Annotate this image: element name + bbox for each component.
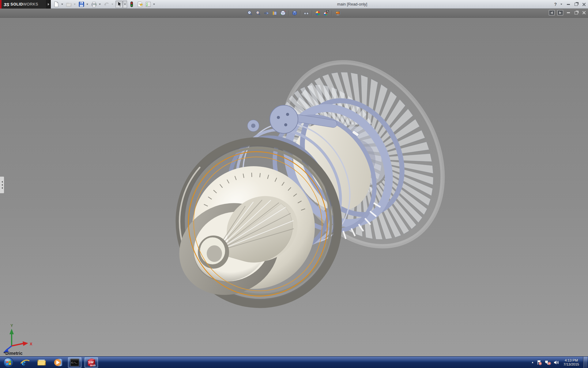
hide-show-items-icon[interactable]	[303, 10, 310, 17]
taskbar-command-prompt[interactable]: C:\_	[68, 357, 81, 368]
undo-dropdown[interactable]	[110, 1, 115, 8]
document-window-controls	[549, 10, 586, 15]
doc-close-button[interactable]	[581, 10, 586, 15]
view-settings-icon[interactable]	[334, 10, 341, 17]
toolbar-separator	[288, 10, 289, 16]
doc-minimize-button[interactable]	[566, 10, 571, 15]
zoom-to-fit-icon[interactable]	[247, 10, 253, 17]
reference-triad: Y X	[0, 321, 37, 355]
view-orientation-icon[interactable]	[280, 10, 286, 17]
network-disconnected-icon[interactable]	[545, 360, 551, 365]
options-dropdown[interactable]	[152, 1, 156, 8]
select-tool-dropdown[interactable]	[123, 1, 127, 8]
document-bar	[0, 9, 588, 18]
taskbar-internet-explorer[interactable]: e	[18, 357, 32, 368]
start-button[interactable]	[2, 357, 15, 368]
restore-button[interactable]	[574, 2, 579, 7]
solidworks-window: 3S SOLIDWORKS	[0, 0, 588, 368]
file-properties-icon[interactable]	[136, 1, 144, 8]
display-style-icon[interactable]	[291, 10, 298, 17]
taskbar-solidworks[interactable]: SW 2015	[85, 357, 98, 368]
main-toolbar	[53, 1, 157, 8]
system-tray: ▲ 4:13 PM 7/13/2015	[531, 357, 588, 368]
show-desktop-button[interactable]	[583, 357, 587, 368]
zoom-to-area-icon[interactable]	[255, 10, 262, 17]
ds-mark: 3S	[4, 2, 9, 7]
taskbar: e	[0, 356, 588, 368]
title-bar: 3S SOLIDWORKS	[0, 0, 588, 9]
help-dropdown[interactable]	[560, 4, 562, 5]
viewport-canvas[interactable]: Y X *Dimetric	[0, 18, 588, 356]
menu-expand-arrow-icon[interactable]	[46, 0, 51, 9]
edit-appearance-icon[interactable]	[315, 10, 321, 17]
print-icon[interactable]	[90, 1, 98, 8]
toolbar-separator	[332, 10, 332, 16]
brand-name-light: WORKS	[23, 2, 38, 6]
clock-date: 7/13/2015	[564, 362, 579, 366]
headsup-toolbar	[247, 10, 341, 17]
document-title: main [Read-only]	[303, 2, 401, 6]
options-icon[interactable]	[145, 1, 152, 8]
apply-scene-icon[interactable]	[323, 10, 330, 17]
clock-time: 4:13 PM	[564, 358, 579, 362]
help-icon[interactable]: ?	[554, 2, 557, 7]
open-icon[interactable]	[65, 1, 73, 8]
sw-year: 2015	[90, 364, 96, 367]
section-view-icon[interactable]	[271, 10, 278, 17]
save-dropdown[interactable]	[85, 1, 89, 8]
logo-red-stripe	[0, 0, 2, 9]
show-hidden-icons[interactable]: ▲	[531, 361, 534, 364]
new-document-dropdown[interactable]	[60, 1, 64, 8]
clock[interactable]: 4:13 PM 7/13/2015	[564, 358, 579, 366]
undo-icon[interactable]	[103, 1, 110, 8]
volume-icon[interactable]	[554, 360, 560, 365]
toolbar-separator	[300, 10, 301, 16]
save-icon[interactable]	[78, 1, 85, 8]
select-tool-icon[interactable]	[115, 1, 123, 8]
triad-y-label: Y	[10, 323, 13, 328]
toolbar-separator	[312, 10, 312, 16]
previous-view-icon[interactable]	[263, 10, 270, 17]
rebuild-icon[interactable]	[128, 1, 135, 8]
view-orientation-label: *Dimetric	[4, 351, 22, 356]
pane-toggle-left-icon[interactable]	[549, 10, 555, 15]
print-dropdown[interactable]	[98, 1, 102, 8]
action-center-flag-icon[interactable]	[537, 360, 542, 365]
window-controls: ?	[554, 0, 586, 9]
brand-name-bold: SOLID	[10, 2, 23, 6]
cmd-glyph: C:\_	[71, 361, 77, 364]
new-document-icon[interactable]	[53, 1, 60, 8]
doc-restore-button[interactable]	[574, 10, 579, 15]
solidworks-logo[interactable]: 3S SOLIDWORKS	[0, 0, 51, 9]
pane-toggle-right-icon[interactable]	[557, 10, 563, 15]
triad-x-label: X	[30, 342, 32, 346]
taskbar-media-player[interactable]	[51, 357, 65, 368]
feature-tree-collapse-tab[interactable]	[0, 176, 4, 194]
sw-glyph: SW	[88, 360, 94, 364]
open-dropdown[interactable]	[73, 1, 77, 8]
taskbar-windows-explorer[interactable]	[35, 357, 48, 368]
jet-engine-model[interactable]	[0, 18, 588, 356]
minimize-button[interactable]	[566, 2, 571, 7]
close-button[interactable]	[581, 2, 586, 7]
